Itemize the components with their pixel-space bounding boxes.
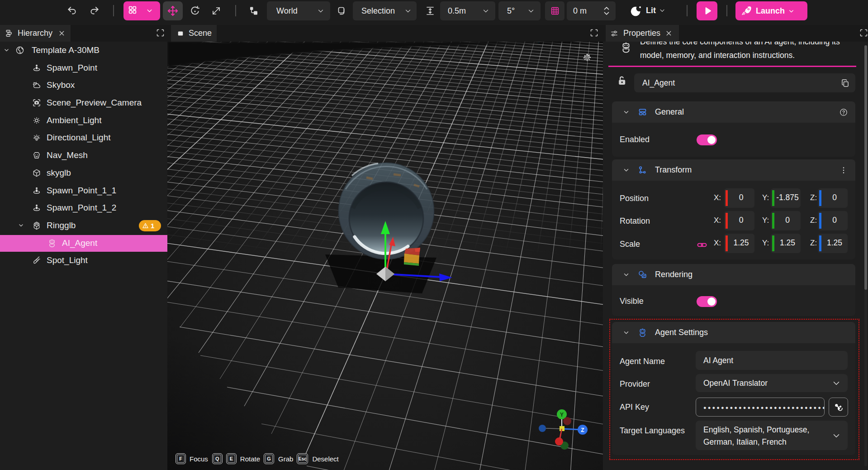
- svg-text:Y: Y: [560, 412, 564, 418]
- svg-text:Z: Z: [581, 427, 584, 433]
